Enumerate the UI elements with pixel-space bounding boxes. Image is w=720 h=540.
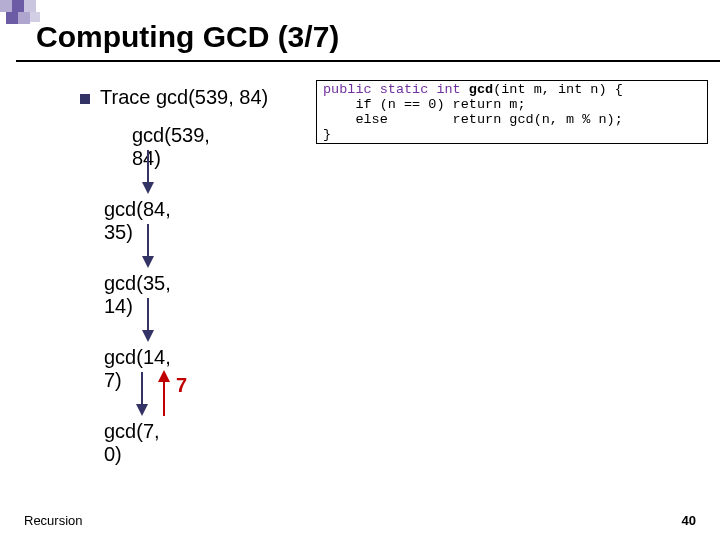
code-l2: if (n == 0) return m; (323, 97, 526, 112)
return-value: 7 (176, 374, 187, 397)
code-l3: else return gcd(n, m % n); (323, 112, 623, 127)
call-4: gcd(7, 0) (104, 420, 160, 466)
arrow-up-icon (154, 370, 174, 416)
svg-marker-1 (142, 182, 154, 194)
trace-bullet-line: Trace gcd(539, 84) (80, 86, 268, 109)
svg-marker-9 (158, 370, 170, 382)
code-fn: gcd (469, 82, 493, 97)
svg-marker-5 (142, 330, 154, 342)
arrow-down-icon (138, 148, 158, 194)
bullet-text: Trace gcd(539, 84) (100, 86, 268, 108)
title-underline (16, 60, 720, 62)
svg-marker-3 (142, 256, 154, 268)
arrow-down-icon (132, 370, 152, 416)
svg-marker-7 (136, 404, 148, 416)
code-l1c: (int m, int n) { (493, 82, 623, 97)
slide-title: Computing GCD (3/7) (36, 20, 700, 54)
arrow-down-icon (138, 296, 158, 342)
footer-right: 40 (682, 513, 696, 528)
code-box: public static int gcd(int m, int n) { if… (316, 80, 708, 144)
arrow-down-icon (138, 222, 158, 268)
code-kw: public static int (323, 82, 469, 97)
bullet-icon (80, 94, 90, 104)
code-l4: } (323, 127, 331, 142)
footer-left: Recursion (24, 513, 83, 528)
